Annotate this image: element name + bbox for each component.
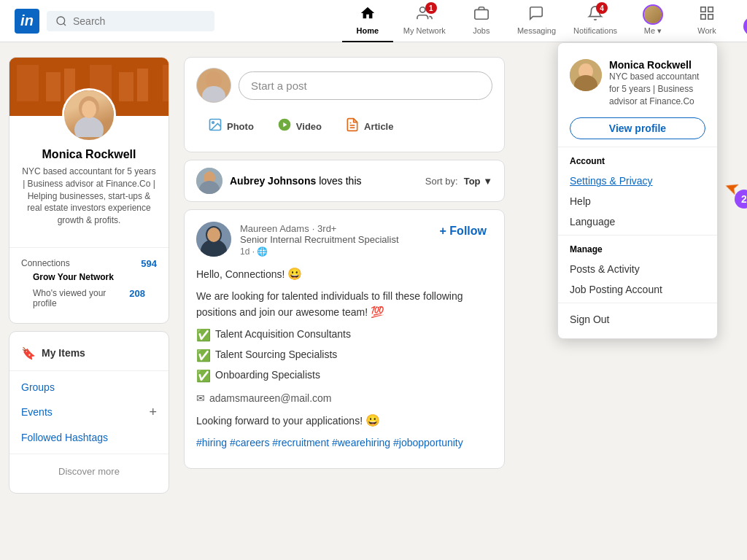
profile-card: Monica Rockwell NYC based accountant for…: [9, 57, 169, 324]
post-body: Hello, Connections! 😀 We are looking for…: [196, 265, 492, 451]
search-bar[interactable]: [47, 11, 214, 31]
help-item[interactable]: Help: [558, 191, 717, 211]
post-user-avatar: [196, 68, 231, 103]
plus-icon: +: [149, 405, 157, 420]
post-positions: ✅Talent Acquisition Consultants ✅Talent …: [196, 327, 492, 385]
loves-name: Aubrey Johnsons: [230, 175, 316, 187]
viewed-label: Who's viewed your profile: [33, 288, 129, 308]
sidebar-hashtags[interactable]: Followed Hashtags: [9, 426, 169, 449]
linkedin-logo[interactable]: in: [15, 9, 39, 34]
connections-row[interactable]: Connections 594: [21, 255, 157, 272]
sort-select[interactable]: Top ▼: [464, 176, 492, 187]
home-icon: [360, 5, 376, 25]
svg-point-16: [212, 122, 214, 124]
post-author-avatar[interactable]: [196, 222, 231, 257]
loves-text: Aubrey Johnsons loves this: [230, 175, 362, 187]
posts-activity-item[interactable]: Posts & Activity: [558, 259, 717, 279]
svg-point-11: [74, 117, 104, 137]
me-dropdown: Monica Rockwell NYC based accountant for…: [557, 42, 718, 339]
svg-point-27: [207, 228, 220, 242]
photo-action[interactable]: Photo: [196, 112, 266, 141]
video-icon: [277, 117, 292, 136]
loves-avatar: [196, 168, 222, 194]
post-header: Maureen Adams · 3rd+ Senior Internal Rec…: [196, 222, 492, 257]
loves-action: loves this: [319, 175, 361, 187]
language-item[interactable]: Language: [558, 211, 717, 232]
hashtags-label: Followed Hashtags: [21, 432, 108, 443]
main-feed: Start a post Photo Video: [184, 57, 505, 494]
header: in Home 1 My Network Jobs: [0, 0, 747, 42]
svg-rect-6: [701, 7, 705, 12]
profile-avatar[interactable]: [62, 88, 116, 142]
profile-banner: [9, 58, 169, 116]
nav-item-jobs[interactable]: Jobs: [456, 0, 507, 42]
start-post-input[interactable]: Start a post: [239, 71, 492, 100]
jobs-icon: [473, 5, 489, 25]
svg-point-12: [82, 101, 96, 118]
sort-controls: Sort by: Top ▼: [369, 176, 493, 187]
network-badge: 1: [425, 2, 437, 14]
article-label: Article: [364, 121, 393, 132]
nav-label-messaging: Messaging: [517, 26, 556, 35]
account-section-title: Account: [558, 153, 717, 171]
post-box: Start a post Photo Video: [184, 57, 505, 152]
settings-privacy-item[interactable]: Settings & Privacy: [558, 171, 717, 191]
svg-rect-7: [708, 7, 713, 12]
view-profile-button[interactable]: View profile: [570, 117, 705, 139]
video-label: Video: [296, 121, 322, 132]
svg-point-0: [57, 17, 65, 25]
discover-more[interactable]: Discover more: [9, 459, 169, 484]
video-action[interactable]: Video: [266, 112, 333, 141]
post-meta: 1d · 🌐: [240, 246, 425, 257]
dropdown-user-desc: NYC based accountant for 5 years | Busin…: [609, 71, 705, 107]
profile-stats: Connections 594 Grow Your Network Who's …: [9, 247, 169, 323]
orange-arrow-container: ➤: [724, 178, 739, 198]
post-greeting: Hello, Connections! 😀: [196, 265, 492, 283]
sidebar-events[interactable]: Events +: [9, 399, 169, 426]
sidebar-nav: 🔖 My Items Groups Events + Followed Hash…: [9, 331, 169, 494]
sidebar: Monica Rockwell NYC based accountant for…: [9, 57, 169, 494]
article-action[interactable]: Article: [333, 112, 405, 141]
svg-rect-4: [475, 9, 488, 19]
svg-rect-9: [701, 15, 705, 19]
nav-item-home[interactable]: Home: [342, 0, 393, 42]
post-actions: Photo Video Article: [196, 112, 492, 141]
sidebar-groups[interactable]: Groups: [9, 376, 169, 399]
connections-label: Connections: [21, 258, 70, 269]
svg-rect-8: [708, 15, 713, 19]
article-icon: [345, 117, 360, 136]
nav-label-network: My Network: [403, 26, 446, 35]
bookmark-icon: 🔖: [21, 346, 36, 360]
notifications-badge: 4: [596, 2, 608, 14]
nav-item-work[interactable]: Work: [681, 0, 732, 42]
manage-section-title: Manage: [558, 241, 717, 259]
post-email: ✉adamsmaureen@mail.com: [196, 391, 492, 406]
job-posting-item[interactable]: Job Posting Account: [558, 279, 717, 300]
post-intro: We are looking for talented individuals …: [196, 289, 492, 321]
viewed-value: 208: [129, 288, 145, 308]
svg-line-1: [63, 23, 66, 26]
main-nav: Home 1 My Network Jobs Messaging: [342, 0, 732, 42]
my-items-label: My Items: [42, 347, 85, 359]
post-hashtags[interactable]: #hiring #careers #recruitment #wearehiri…: [196, 435, 492, 451]
dropdown-profile-section: Monica Rockwell NYC based accountant for…: [558, 52, 717, 117]
dropdown-user-name: Monica Rockwell: [609, 59, 705, 71]
sign-out-item[interactable]: Sign Out: [558, 309, 717, 330]
photo-label: Photo: [227, 121, 254, 132]
nav-item-me[interactable]: Me ▾: [627, 0, 678, 42]
nav-item-notifications[interactable]: 4 Notifications: [566, 0, 624, 42]
degree-indicator: · 3rd+: [312, 223, 337, 234]
profile-desc: NYC based accountant for 5 years | Busin…: [21, 166, 157, 227]
follow-button[interactable]: + Follow: [434, 222, 492, 241]
orange-arrow-icon: ➤: [721, 176, 742, 201]
nav-item-messaging[interactable]: Messaging: [510, 0, 563, 42]
nav-item-network[interactable]: 1 My Network: [396, 0, 453, 42]
post-author-name[interactable]: Maureen Adams · 3rd+: [240, 222, 425, 234]
grow-network[interactable]: Grow Your Network: [21, 272, 157, 285]
viewed-row[interactable]: Who's viewed your profile 208: [21, 285, 157, 316]
search-icon: [55, 15, 67, 27]
search-input[interactable]: [73, 15, 206, 27]
dropdown-user-info: Monica Rockwell NYC based accountant for…: [609, 59, 705, 107]
sidebar-my-items[interactable]: 🔖 My Items: [9, 341, 169, 366]
loves-bar: Aubrey Johnsons loves this Sort by: Top …: [184, 160, 505, 202]
